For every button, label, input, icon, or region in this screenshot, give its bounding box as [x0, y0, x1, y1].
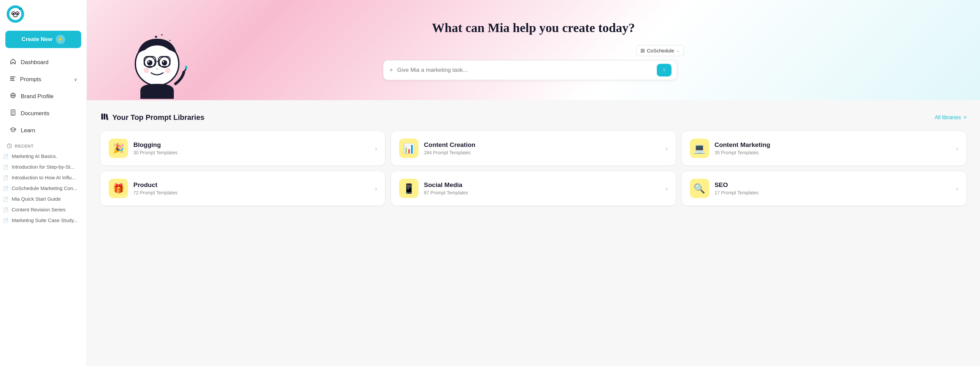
svg-point-38: [185, 66, 187, 69]
library-info-content-creation: Content Creation 284 Prompt Templates: [424, 141, 660, 155]
library-count-content-creation: 284 Prompt Templates: [424, 150, 660, 155]
mascot-illustration: ✦ ✦ ✦: [127, 32, 187, 100]
library-name-social-media: Social Media: [424, 181, 660, 189]
brand-profile-icon: [10, 92, 17, 100]
sidebar-item-prompts-label: Prompts: [20, 76, 41, 83]
close-icon: ×: [964, 114, 967, 120]
recent-item[interactable]: 📄 Introduction for Step-by-St...: [0, 162, 87, 172]
brand-selector[interactable]: ⊠ CoSchedule ⌄: [636, 45, 684, 56]
recent-item[interactable]: 📄 Content Revision Series: [0, 204, 87, 215]
recent-items-list: 📄 Marketing AI Basics. 📄 Introduction fo…: [0, 151, 87, 226]
send-button[interactable]: ↑: [657, 64, 671, 76]
library-icon-product: 🎁: [109, 179, 128, 198]
recent-item[interactable]: 📄 Mia Quick Start Guide: [0, 194, 87, 204]
send-icon: ↑: [663, 67, 666, 73]
sidebar-item-dashboard-label: Dashboard: [21, 59, 48, 66]
svg-text:✦: ✦: [161, 33, 163, 37]
svg-point-36: [165, 68, 170, 73]
documents-icon: [10, 109, 17, 117]
library-icon-content-marketing: 💻: [690, 139, 709, 158]
sidebar-item-prompts[interactable]: Prompts ∨: [3, 71, 84, 87]
svg-rect-9: [10, 76, 15, 78]
svg-text:✦: ✦: [169, 39, 171, 42]
svg-point-29: [162, 60, 167, 65]
sidebar-nav: Dashboard Prompts ∨: [0, 54, 87, 139]
library-info-blogging: Blogging 30 Prompt Templates: [134, 141, 370, 155]
create-new-label: Create New: [21, 36, 52, 43]
brand-name: CoSchedule: [647, 48, 674, 54]
svg-point-30: [163, 61, 164, 62]
learn-icon: [10, 126, 17, 135]
libraries-grid: 🎉 Blogging 30 Prompt Templates › 📊 Conte…: [100, 131, 967, 206]
libraries-section: Your Top Prompt Libraries All libraries …: [87, 100, 980, 218]
library-card-content-creation[interactable]: 📊 Content Creation 284 Prompt Templates …: [391, 131, 676, 166]
library-info-social-media: Social Media 87 Prompt Templates: [424, 181, 660, 195]
arrow-icon: ›: [375, 144, 377, 152]
library-name-content-marketing: Content Marketing: [714, 141, 951, 149]
prompts-icon: [10, 75, 16, 84]
library-card-content-marketing[interactable]: 💻 Content Marketing 35 Prompt Templates …: [681, 131, 967, 166]
app-logo: ✦ ✦: [7, 5, 24, 23]
library-icon-seo: 🔍: [690, 179, 709, 198]
library-icon-blogging: 🎉: [109, 139, 128, 158]
hero-title: What can Mia help you create today?: [383, 21, 684, 35]
library-card-blogging[interactable]: 🎉 Blogging 30 Prompt Templates ›: [100, 131, 385, 166]
sidebar-item-brand-profile[interactable]: Brand Profile: [3, 88, 84, 105]
search-box: ✦ ↑: [383, 60, 677, 80]
library-card-product[interactable]: 🎁 Product 72 Prompt Templates ›: [100, 171, 385, 206]
recent-label: RECENT: [7, 143, 80, 149]
library-icon-social-media: 📱: [399, 179, 418, 198]
library-name-product: Product: [134, 181, 370, 189]
sidebar-item-brand-label: Brand Profile: [21, 93, 54, 100]
svg-point-35: [144, 68, 149, 73]
library-name-content-creation: Content Creation: [424, 141, 660, 149]
arrow-icon: ›: [665, 185, 668, 192]
recent-item[interactable]: 📄 Introduction to How AI Influ...: [0, 172, 87, 183]
library-count-product: 72 Prompt Templates: [134, 190, 370, 195]
svg-rect-41: [106, 114, 108, 120]
svg-rect-39: [101, 114, 103, 120]
recent-item[interactable]: 📄 Marketing AI Basics.: [0, 151, 87, 161]
sidebar-item-dashboard[interactable]: Dashboard: [3, 54, 84, 70]
brand-chevron-icon: ⌄: [676, 48, 679, 53]
doc-icon: 📄: [3, 154, 8, 159]
library-info-seo: SEO 17 Prompt Templates: [714, 181, 951, 195]
prompts-row: Prompts ∨: [20, 76, 77, 83]
svg-point-4: [13, 13, 14, 15]
library-card-seo[interactable]: 🔍 SEO 17 Prompt Templates ›: [681, 171, 967, 206]
doc-icon: 📄: [3, 196, 8, 202]
chevron-down-icon: ∨: [74, 77, 77, 82]
search-input[interactable]: [397, 67, 654, 73]
svg-point-27: [148, 61, 150, 62]
svg-rect-40: [103, 114, 105, 120]
library-icon-content-creation: 📊: [399, 139, 418, 158]
library-icon: [100, 112, 109, 123]
main-content: ✦ ✦ ✦: [87, 0, 980, 366]
svg-rect-11: [10, 80, 15, 81]
sidebar-item-learn[interactable]: Learn: [3, 122, 84, 139]
doc-icon: 📄: [3, 218, 8, 223]
doc-icon: 📄: [3, 164, 8, 170]
library-card-social-media[interactable]: 📱 Social Media 87 Prompt Templates ›: [391, 171, 676, 206]
doc-icon: 📄: [3, 186, 8, 191]
sidebar: ✦ ✦ Create New ⚡ Dashboard: [0, 0, 87, 366]
svg-text:✦: ✦: [21, 7, 22, 9]
create-new-button[interactable]: Create New ⚡: [5, 31, 81, 48]
all-libraries-link[interactable]: All libraries ×: [935, 114, 967, 120]
library-count-content-marketing: 35 Prompt Templates: [714, 150, 951, 155]
hero-content: What can Mia help you create today? ⊠ Co…: [383, 21, 684, 80]
wand-icon: ✦: [389, 67, 394, 74]
brand-icon: ⊠: [640, 48, 645, 54]
arrow-icon: ›: [665, 144, 668, 152]
recent-section: RECENT: [0, 139, 87, 151]
arrow-icon: ›: [956, 144, 958, 152]
libraries-header: Your Top Prompt Libraries All libraries …: [100, 112, 967, 123]
library-name-seo: SEO: [714, 181, 951, 189]
sidebar-item-documents[interactable]: Documents: [3, 105, 84, 122]
doc-icon: 📄: [3, 175, 8, 180]
library-count-seo: 17 Prompt Templates: [714, 190, 951, 195]
recent-item[interactable]: 📄 Marketing Suite Case Study...: [0, 215, 87, 225]
hero-section: ✦ ✦ ✦: [87, 0, 980, 100]
doc-icon: 📄: [3, 207, 8, 212]
recent-item[interactable]: 📄 CoSchedule Marketing Con...: [0, 183, 87, 193]
